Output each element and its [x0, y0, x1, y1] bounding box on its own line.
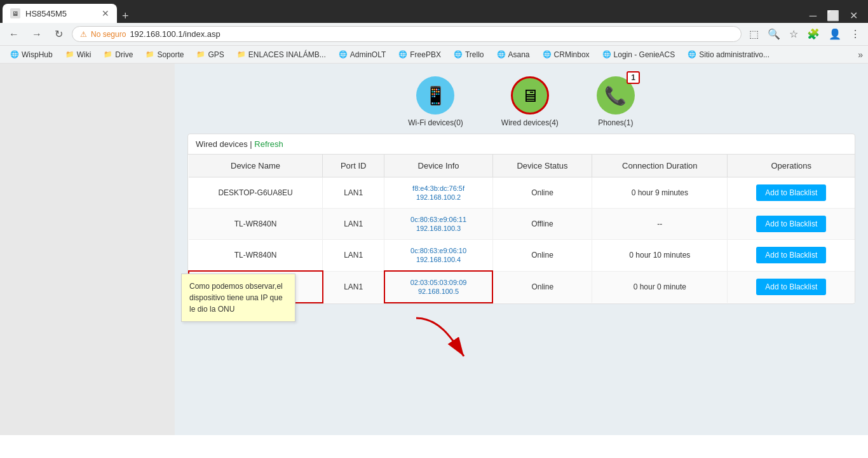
mac-address: 0c:80:63:e9:06:11 — [410, 216, 466, 223]
cell-port-id: LAN1 — [323, 209, 384, 240]
bookmark-asana-label: Asana — [508, 50, 530, 59]
table-row: TL-WR840NLAN10c:80:63:e9:06:10192.168.10… — [189, 240, 855, 272]
address-bar[interactable]: ⚠ No seguro 192.168.100.1/index.asp — [72, 26, 742, 42]
table-section-title: Wired devices — [196, 139, 248, 149]
bookmark-genieacs[interactable]: 🌐 Login - GenieACS — [597, 49, 681, 60]
maximize-button[interactable]: ⬜ — [824, 8, 842, 23]
bookmarks-bar: 🌐 WispHub 📁 Wiki 📁 Drive 📁 Soporte 📁 GPS… — [0, 46, 868, 64]
freepbx-icon: 🌐 — [398, 50, 407, 59]
wifi-icon-glyph: 📱 — [424, 85, 447, 106]
col-device-status: Device Status — [492, 155, 592, 177]
wired-devices-icon-wrap[interactable]: 🖥 Wired devices(4) — [501, 76, 559, 127]
cell-device-name: TL-WR840N — [189, 240, 323, 272]
cell-device-info: f8:e4:3b:dc:76:5f192.168.100.2 — [384, 177, 492, 209]
ip-address: 192.168.100.2 — [416, 193, 461, 201]
sidebar — [0, 64, 175, 435]
close-button[interactable]: ✕ — [847, 8, 860, 23]
bookmark-crminbox-label: CRMinbox — [554, 50, 590, 59]
bookmark-freepbx[interactable]: 🌐 FreePBX — [393, 49, 446, 60]
profile-icon[interactable]: 👤 — [826, 25, 844, 43]
sitio-icon: 🌐 — [688, 50, 696, 59]
refresh-link[interactable]: Refresh — [254, 139, 283, 149]
cell-connection-duration: 0 hour 0 minute — [592, 271, 728, 303]
bookmark-trello[interactable]: 🌐 Trello — [449, 49, 489, 60]
bookmark-wiki[interactable]: 📁 Wiki — [60, 49, 97, 60]
col-connection-duration: Connection Duration — [592, 155, 728, 177]
bookmark-adminolt-label: AdminOLT — [350, 50, 386, 59]
cell-device-info: 0c:80:63:e9:06:10192.168.100.4 — [384, 240, 492, 272]
bookmark-drive-label: Drive — [115, 50, 133, 59]
more-bookmarks-button[interactable]: » — [858, 50, 863, 60]
wifi-devices-icon: 📱 — [416, 76, 454, 114]
col-port-id: Port ID — [323, 155, 384, 177]
annotation-tooltip: Como podemos observar,el dispositivo tie… — [181, 274, 295, 322]
tab-close-button[interactable]: ✕ — [102, 8, 109, 18]
window-controls: ─ ⬜ ✕ — [807, 8, 865, 23]
col-device-name: Device Name — [189, 155, 323, 177]
tab-favicon: 🖥 — [10, 8, 20, 18]
wired-icon-glyph: 🖥 — [521, 85, 539, 106]
cell-device-status: Online — [492, 177, 592, 209]
forward-button[interactable]: → — [28, 26, 46, 43]
drive-icon: 📁 — [104, 50, 112, 59]
bookmark-gps[interactable]: 📁 GPS — [191, 49, 229, 60]
diagram-area: 📱 Wi-Fi devices(0) 🖥 Wired devices(4) 📞 … — [175, 64, 868, 134]
zoom-icon[interactable]: 🔍 — [765, 25, 783, 43]
phones-icon-wrap[interactable]: 📞 1 Phones(1) — [597, 76, 635, 127]
bookmark-soporte-label: Soporte — [157, 50, 184, 59]
bookmark-sitio[interactable]: 🌐 Sitio administrativo... — [682, 49, 775, 60]
table-row: TL-WR840NLAN10c:80:63:e9:06:11192.168.10… — [189, 209, 855, 240]
cell-device-status: Online — [492, 240, 592, 272]
ip-address: 192.168.100.3 — [416, 225, 461, 232]
table-header: Device Name Port ID Device Info Device S… — [189, 155, 855, 177]
table-row: DESKTOP-G6UA8EULAN1f8:e4:3b:dc:76:5f192.… — [189, 177, 855, 209]
mac-address: f8:e4:3b:dc:76:5f — [412, 184, 465, 192]
navigation-bar: ← → ↻ ⚠ No seguro 192.168.100.1/index.as… — [0, 23, 868, 46]
annotation-text: Como podemos observar,el dispositivo tie… — [189, 282, 283, 314]
tab-title: HS8545M5 — [25, 9, 67, 18]
wifi-devices-icon-wrap[interactable]: 📱 Wi-Fi devices(0) — [408, 76, 463, 127]
bookmark-icon[interactable]: ☆ — [787, 25, 801, 43]
bookmark-crminbox[interactable]: 🌐 CRMinbox — [538, 49, 595, 60]
gps-icon: 📁 — [196, 50, 205, 59]
mac-address: 0c:80:63:e9:06:10 — [410, 247, 466, 254]
reload-button[interactable]: ↻ — [51, 25, 67, 43]
main-area: 📱 Wi-Fi devices(0) 🖥 Wired devices(4) 📞 … — [175, 64, 868, 435]
ip-address: 92.168.100.5 — [418, 288, 459, 295]
cell-connection-duration: 0 hour 10 minutes — [592, 240, 728, 272]
cell-operations: Add to Blacklist — [728, 271, 855, 303]
add-to-blacklist-button-1[interactable]: Add to Blacklist — [756, 216, 826, 232]
wisphub-icon: 🌐 — [10, 50, 19, 59]
crminbox-icon: 🌐 — [543, 50, 552, 59]
extensions-icon[interactable]: 🧩 — [804, 25, 822, 43]
bookmark-asana[interactable]: 🌐 Asana — [492, 49, 535, 60]
trello-icon: 🌐 — [454, 50, 463, 59]
translate-icon[interactable]: ⬚ — [747, 25, 761, 43]
bookmark-gps-label: GPS — [208, 50, 224, 59]
bookmark-wiki-label: Wiki — [77, 50, 92, 59]
bookmark-wisphub[interactable]: 🌐 WispHub — [5, 49, 58, 60]
menu-icon[interactable]: ⋮ — [848, 25, 863, 43]
col-operations: Operations — [728, 155, 855, 177]
bookmark-enlaces-label: ENLACES INALÁMB... — [248, 50, 326, 59]
bookmark-adminolt[interactable]: 🌐 AdminOLT — [334, 49, 391, 60]
add-to-blacklist-button-3[interactable]: Add to Blacklist — [756, 279, 826, 295]
add-to-blacklist-button-0[interactable]: Add to Blacklist — [756, 184, 826, 201]
back-button[interactable]: ← — [5, 26, 23, 43]
mac-address: 02:03:05:03:09:09 — [410, 279, 467, 286]
cell-operations: Add to Blacklist — [728, 177, 855, 209]
bookmark-soporte[interactable]: 📁 Soporte — [140, 49, 189, 60]
security-warning-icon: ⚠ — [80, 30, 87, 39]
bookmark-wisphub-label: WispHub — [22, 50, 53, 59]
asana-icon: 🌐 — [497, 50, 506, 59]
minimize-button[interactable]: ─ — [807, 9, 819, 23]
bookmark-trello-label: Trello — [465, 50, 484, 59]
new-tab-button[interactable]: + — [117, 10, 134, 23]
bookmark-enlaces[interactable]: 📁 ENLACES INALÁMB... — [232, 49, 331, 60]
cell-device-name: TL-WR840N — [189, 209, 323, 240]
bookmark-drive[interactable]: 📁 Drive — [98, 49, 138, 60]
add-to-blacklist-button-2[interactable]: Add to Blacklist — [756, 247, 826, 263]
col-device-info: Device Info — [384, 155, 492, 177]
browser-tab[interactable]: 🖥 HS8545M5 ✕ — [3, 4, 117, 23]
phones-label: Phones(1) — [598, 118, 633, 127]
